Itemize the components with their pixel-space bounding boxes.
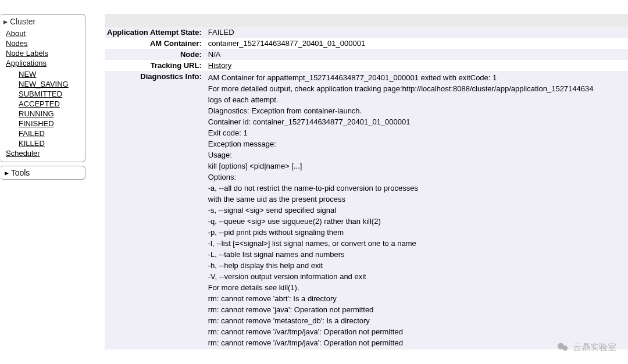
label-node: Node: xyxy=(105,49,205,60)
sidebar-link-scheduler[interactable]: Scheduler xyxy=(6,149,40,158)
sidebar-link-killed[interactable]: KILLED xyxy=(19,139,45,148)
row-tracking-url: Tracking URL: History xyxy=(105,60,628,71)
sidebar-link-accepted[interactable]: ACCEPTED xyxy=(19,99,60,108)
label-tracking-url: Tracking URL: xyxy=(105,60,205,71)
sidebar-link-applications[interactable]: Applications xyxy=(6,59,47,67)
diagnostics-line: -p, --pid print pids without signaling t… xyxy=(208,227,625,238)
diagnostics-line: -l, --list [=<signal>] list signal names… xyxy=(208,238,625,249)
diagnostics-line: with the same uid as the present process xyxy=(208,194,625,205)
diagnostics-line: Container id: container_1527144634877_20… xyxy=(208,116,625,127)
sidebar-link-nodes[interactable]: Nodes xyxy=(6,39,28,48)
sidebar-link-finished[interactable]: FINISHED xyxy=(19,119,54,128)
sidebar-link-node-labels[interactable]: Node Labels xyxy=(6,49,48,58)
diagnostics-line: rm: cannot remove 'java': Operation not … xyxy=(208,304,625,315)
diagnostics-line: -s, --signal <sig> send specified signal xyxy=(208,205,625,216)
sidebar-cluster-panel: ▸ Cluster About Nodes Node Labels Applic… xyxy=(0,14,85,162)
diagnostics-line: -V, --version output version information… xyxy=(208,271,625,282)
sidebar-link-new-saving[interactable]: NEW_SAVING xyxy=(19,80,69,88)
sidebar-link-failed[interactable]: FAILED xyxy=(19,129,45,138)
main-content: Application Attempt State: FAILED AM Con… xyxy=(87,0,628,364)
application-attempt-table: Application Attempt State: FAILED AM Con… xyxy=(105,27,628,349)
value-node: N/A xyxy=(205,49,628,60)
label-state: Application Attempt State: xyxy=(105,27,205,38)
content-top-bar xyxy=(105,14,628,27)
diagnostics-line: rm: cannot remove '/var/tmp/java': Opera… xyxy=(208,337,625,348)
diagnostics-line: -L, --table list signal names and number… xyxy=(208,249,625,260)
diagnostics-line: Options: xyxy=(208,172,625,183)
diagnostics-line: logs of each attempt. xyxy=(208,94,625,105)
diagnostics-line: Exception message: xyxy=(208,138,625,149)
diagnostics-line: Exit code: 1 xyxy=(208,127,625,138)
diagnostics-line: rm: cannot remove 'metastore_db': Is a d… xyxy=(208,315,625,326)
diagnostics-line: -h, --help display this help and exit xyxy=(208,260,625,271)
value-diagnostics: AM Container for appattempt_152714463487… xyxy=(205,71,628,349)
tracking-url-link[interactable]: History xyxy=(208,61,231,70)
value-state: FAILED xyxy=(205,27,628,38)
diagnostics-line: For more detailed output, check applicat… xyxy=(208,83,625,94)
diagnostics-line: -q, --queue <sig> use sigqueue(2) rather… xyxy=(208,216,625,227)
row-node: Node: N/A xyxy=(105,49,628,60)
value-am-container: container_1527144634877_20401_01_000001 xyxy=(205,38,628,49)
sidebar-cluster-heading: ▸ Cluster xyxy=(0,16,85,27)
label-am-container: AM Container: xyxy=(105,38,205,49)
row-am-container: AM Container: container_1527144634877_20… xyxy=(105,38,628,49)
sidebar-link-about[interactable]: About xyxy=(6,29,26,38)
sidebar: ▸ Cluster About Nodes Node Labels Applic… xyxy=(0,0,87,364)
diagnostics-line: -a, --all do not restrict the name-to-pi… xyxy=(208,183,625,194)
diagnostics-line: AM Container for appattempt_152714463487… xyxy=(208,72,625,83)
sidebar-app-states: NEW NEW_SAVING SUBMITTED ACCEPTED RUNNIN… xyxy=(6,68,85,148)
diagnostics-line: kill [options] <pid|name> [...] xyxy=(208,160,625,172)
sidebar-link-running[interactable]: RUNNING xyxy=(19,109,54,118)
sidebar-link-submitted[interactable]: SUBMITTED xyxy=(19,90,62,98)
diagnostics-line: Diagnostics: Exception from container-la… xyxy=(208,105,625,116)
diagnostics-line: Usage: xyxy=(208,149,625,160)
label-diagnostics: Diagnostics Info: xyxy=(105,71,205,349)
row-diagnostics: Diagnostics Info: AM Container for appat… xyxy=(105,71,628,349)
row-state: Application Attempt State: FAILED xyxy=(105,27,628,38)
sidebar-tools-heading[interactable]: ▸ Tools xyxy=(0,166,85,180)
diagnostics-line: rm: cannot remove '/var/tmp/java': Opera… xyxy=(208,326,625,337)
diagnostics-line: rm: cannot remove 'abrt': Is a directory xyxy=(208,293,625,304)
diagnostics-line: For more details see kill(1). xyxy=(208,282,625,293)
sidebar-link-new[interactable]: NEW xyxy=(19,70,36,78)
